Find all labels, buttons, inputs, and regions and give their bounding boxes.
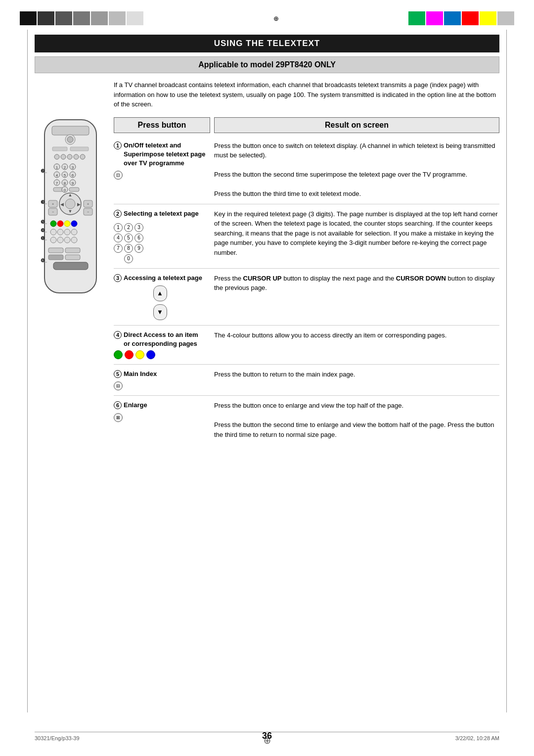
- circle-num-3: 3: [114, 274, 122, 282]
- press-label-4: 4 Direct Access to an item or correspond…: [114, 331, 206, 348]
- gray-block-6: [109, 11, 126, 25]
- svg-text:−: −: [52, 210, 54, 214]
- gray-block-3: [55, 11, 72, 25]
- svg-text:4: 4: [56, 173, 58, 178]
- svg-text:◀: ◀: [60, 202, 64, 207]
- left-border-line: [27, 30, 28, 712]
- result-col-5: Press the button to return to the main i…: [210, 370, 499, 379]
- svg-point-48: [57, 221, 63, 227]
- circle-num-5: 5: [114, 370, 122, 378]
- intro-text: If a TV channel broadcast contains telet…: [114, 80, 499, 109]
- svg-text:+: +: [87, 202, 89, 206]
- result-col-2: Key in the required teletext page (3 dig…: [210, 209, 499, 258]
- svg-point-8: [67, 154, 72, 159]
- number-grid: 1 2 3 4 5 6 7 8 9 0: [114, 223, 143, 263]
- grayscale-blocks: [20, 11, 143, 25]
- instruction-row-3: 3 Accessing a teletext page ▲ ▼ Press th…: [114, 269, 499, 326]
- press-label-5: 5 Main Index: [114, 370, 206, 378]
- svg-rect-59: [48, 248, 63, 253]
- instruction-row-4: 4 Direct Access to an item or correspond…: [114, 326, 499, 365]
- press-label-1: 1 On/Off teletext and Superimpose telete…: [114, 141, 206, 168]
- svg-text:8: 8: [64, 181, 66, 186]
- svg-point-53: [64, 229, 70, 235]
- icon-area-6: ⊠: [114, 413, 206, 422]
- svg-rect-60: [65, 248, 80, 253]
- color-blue: [444, 11, 461, 25]
- svg-point-51: [50, 229, 56, 235]
- color-silver: [497, 11, 514, 25]
- instruction-row-6: 6 Enlarge ⊠ Press the button once to enl…: [114, 396, 499, 444]
- svg-point-7: [61, 154, 66, 159]
- footer-crosshair-icon: ⊕: [264, 735, 271, 746]
- svg-rect-4: [52, 147, 67, 151]
- gray-block-1: [20, 11, 37, 25]
- press-button-header: Press button: [114, 117, 210, 133]
- svg-rect-63: [53, 262, 88, 270]
- svg-text:−: −: [87, 210, 89, 214]
- cursor-up-icon: ▲: [153, 285, 167, 301]
- svg-rect-62: [65, 255, 80, 260]
- color-blocks: [408, 11, 514, 25]
- press-label-text-3: Accessing a teletext page: [124, 274, 202, 283]
- svg-text:▶: ▶: [77, 202, 81, 207]
- two-col-layout: 1 2 3 4 5 6 7 8 9 0: [35, 117, 499, 445]
- gray-block-2: [38, 11, 54, 25]
- press-col-1: 1 On/Off teletext and Superimpose telete…: [114, 141, 210, 180]
- svg-point-47: [50, 221, 56, 227]
- color-yellow: [480, 11, 496, 25]
- svg-text:2: 2: [64, 165, 66, 170]
- icon-area-5: ⊟: [114, 381, 206, 390]
- circle-num-1: 1: [114, 142, 122, 149]
- svg-text:▼: ▼: [68, 209, 73, 214]
- gray-block-4: [73, 11, 90, 25]
- crosshair-icon: ⊕: [273, 15, 279, 22]
- result-col-3: Press the CURSOR UP button to display th…: [210, 274, 499, 293]
- enlarge-icon: ⊠: [114, 413, 123, 422]
- red-button: [125, 350, 134, 359]
- press-label-2: 2 Selecting a teletext page: [114, 209, 206, 218]
- press-col-3: 3 Accessing a teletext page ▲ ▼: [114, 274, 210, 320]
- press-col-6: 6 Enlarge ⊠: [114, 401, 210, 422]
- num-5: 5: [124, 234, 133, 242]
- yellow-button: [135, 350, 144, 359]
- press-col-4: 4 Direct Access to an item or correspond…: [114, 331, 210, 359]
- instruction-row-5: 5 Main Index ⊟ Press the button to retur…: [114, 365, 499, 396]
- gray-block-5: [91, 11, 108, 25]
- svg-text:+: +: [52, 202, 54, 206]
- num-0: 0: [124, 254, 133, 263]
- main-index-icon: ⊟: [114, 381, 123, 390]
- num-1: 1: [114, 223, 123, 232]
- svg-text:9: 9: [72, 181, 74, 186]
- top-crosshair: ⊕: [143, 15, 408, 22]
- press-col-2: 2 Selecting a teletext page 1 2 3 4 5 6 …: [114, 209, 210, 263]
- remote-column: 1 2 3 4 5 6 7 8 9 0: [35, 117, 114, 445]
- blue-button: [146, 350, 155, 359]
- instruction-row-2: 2 Selecting a teletext page 1 2 3 4 5 6 …: [114, 204, 499, 269]
- gray-block-7: [127, 11, 143, 25]
- page-subtitle: Applicable to model 29PT8420 ONLY: [35, 56, 499, 73]
- circle-num-2: 2: [114, 210, 122, 218]
- press-label-6: 6 Enlarge: [114, 401, 206, 410]
- page-title: USING THE TELEXTEXT: [35, 35, 499, 52]
- column-headers: Press button Result on screen: [114, 117, 499, 133]
- svg-point-34: [65, 199, 75, 209]
- svg-point-49: [64, 221, 70, 227]
- result-col-6: Press the button once to enlarge and vie…: [210, 401, 499, 439]
- svg-text:3: 3: [72, 165, 74, 170]
- num-2: 2: [124, 223, 133, 232]
- remote-control-svg: 1 2 3 4 5 6 7 8 9 0: [35, 117, 106, 300]
- icon-area-2: 1 2 3 4 5 6 7 8 9 0: [114, 221, 206, 263]
- press-label-text-6: Enlarge: [124, 401, 147, 410]
- num-3: 3: [134, 223, 143, 232]
- svg-point-57: [64, 237, 70, 243]
- num-6: 6: [134, 234, 143, 242]
- num-7: 7: [114, 244, 123, 253]
- svg-text:6: 6: [72, 173, 74, 178]
- color-circles-4: [114, 350, 206, 359]
- svg-rect-1: [52, 126, 89, 135]
- result-col-4: The 4-colour buttons allow you to access…: [210, 331, 499, 340]
- svg-point-3: [67, 137, 73, 142]
- right-border-line: [506, 30, 507, 712]
- svg-text:▲: ▲: [68, 192, 73, 197]
- svg-point-52: [57, 229, 63, 235]
